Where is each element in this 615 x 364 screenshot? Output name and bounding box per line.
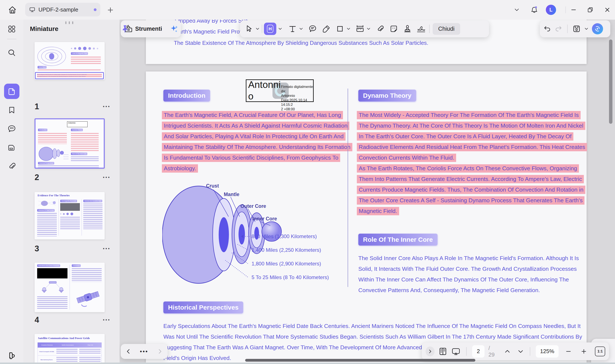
- vertical-scrollbar-thumb[interactable]: [609, 39, 613, 124]
- planets-row-mini: [71, 47, 98, 50]
- new-tab-button[interactable]: [106, 6, 114, 14]
- page-number-input[interactable]: 2: [472, 345, 484, 358]
- comments-icon[interactable]: [4, 121, 19, 136]
- introduction-paragraph: The Earth's Magnetic Field, A Crucial Fe…: [162, 111, 352, 175]
- thumbnail-menu-button[interactable]: •••: [103, 246, 111, 251]
- ai-sparkles-icon[interactable]: [170, 24, 179, 34]
- mini-col-divider: [81, 199, 82, 235]
- attach-paperclip-tool[interactable]: [374, 23, 386, 35]
- apps-grid-icon[interactable]: [4, 21, 19, 37]
- brand-pen-icon[interactable]: [4, 348, 19, 364]
- account-avatar[interactable]: L: [546, 5, 556, 15]
- search-icon[interactable]: [4, 45, 19, 61]
- chevron-down-icon[interactable]: [278, 26, 283, 31]
- strumenti-label[interactable]: Strumenti: [135, 26, 162, 32]
- zoom-level-display[interactable]: 125%: [536, 345, 559, 358]
- shape-rectangle-tool[interactable]: [334, 23, 346, 35]
- notifications-bell-icon[interactable]: [529, 5, 539, 15]
- thumbnail-menu-button[interactable]: •••: [103, 104, 111, 109]
- page-thumbnail-1[interactable]: Loses Its Magnetic Field Solar Wind Eart…: [35, 42, 105, 79]
- save-icon[interactable]: [572, 25, 581, 33]
- mini-chip: Influence Of Tidal Forces: [37, 209, 55, 212]
- panel-title: Miniature: [30, 25, 58, 32]
- signature-tool[interactable]: [415, 23, 427, 35]
- mini-lines: [38, 165, 99, 168]
- zoom-out-button[interactable]: [565, 348, 572, 355]
- comment-tool[interactable]: [307, 23, 319, 35]
- dynamo-theory-paragraph: The Most Widely - Accepted Theory For Th…: [357, 111, 587, 218]
- select-cursor-tool[interactable]: [243, 23, 255, 35]
- thumbnail-number: 4: [35, 315, 39, 325]
- visible-region-box[interactable]: Earth's Magnetic Field Provides An Indis…: [35, 72, 104, 79]
- thumbnails-panel-icon[interactable]: [4, 84, 19, 99]
- chevron-down-icon[interactable]: [346, 26, 351, 31]
- mini-lines: [71, 156, 99, 162]
- redo-icon[interactable]: [554, 25, 562, 33]
- window-bottom-edge: [0, 363, 615, 364]
- diagram-measurement: 1,400 Miles (2,250 Kilometers): [252, 247, 321, 253]
- chevron-down-icon[interactable]: [366, 26, 371, 31]
- thumbnail-menu-button[interactable]: •••: [103, 317, 111, 322]
- collapse-bar-button[interactable]: [426, 347, 435, 356]
- home-button[interactable]: [8, 5, 17, 14]
- attachment-paperclip-icon[interactable]: [4, 158, 19, 174]
- thumbnail-number: 2: [35, 173, 39, 182]
- close-button[interactable]: [602, 5, 613, 15]
- document-tab[interactable]: UPDF-2-sample: [25, 3, 100, 16]
- mini-image-placeholder: [37, 268, 67, 278]
- window-menu-chevron[interactable]: [512, 5, 522, 15]
- mini-chip: Conclusion: [72, 264, 81, 267]
- page-up-chevron[interactable]: [504, 348, 511, 355]
- stamp-tool[interactable]: [401, 23, 414, 35]
- view-status-bar: 2 / 29 125% 1:1: [422, 342, 609, 360]
- page-layout-icon[interactable]: [438, 347, 447, 356]
- section-heading-historical: Historical Perspectives: [163, 301, 243, 313]
- section-heading-dynamo-theory: Dynamo Theory: [358, 90, 416, 102]
- mini-lines: [83, 204, 103, 229]
- thumbnail-number: 1: [35, 102, 39, 111]
- fit-one-to-one-button[interactable]: 1:1: [595, 347, 605, 356]
- ai-assistant-icon[interactable]: [592, 23, 603, 34]
- thumb1-chip: Loses Its Magnetic Field: [71, 52, 88, 55]
- presentation-icon[interactable]: [451, 347, 461, 356]
- document-card-icon[interactable]: [4, 140, 19, 155]
- toolbar-divider: [429, 25, 430, 33]
- zoom-in-button[interactable]: [580, 348, 587, 355]
- mini-title: Satellite Communications And Power Grids: [38, 337, 90, 340]
- magnetic-field-mini-diagram: [36, 45, 68, 69]
- diagram-label-mantle: Mantle: [224, 192, 239, 197]
- thumb1-lines: [71, 57, 101, 65]
- thumbnail-menu-button[interactable]: •••: [103, 175, 111, 180]
- diagram-label-crust: Crust: [206, 183, 219, 189]
- chevron-down-icon[interactable]: [298, 26, 304, 31]
- measure-ruler-tool[interactable]: [354, 23, 366, 35]
- pen-tool[interactable]: [320, 23, 332, 35]
- undo-icon[interactable]: [543, 25, 551, 33]
- bookmark-icon[interactable]: [4, 103, 19, 118]
- page-thumbnail-2-current[interactable]: Antonnio Introduction Dynamo Theory Role…: [35, 118, 105, 169]
- pin-icon[interactable]: [121, 24, 129, 33]
- sticker-tool[interactable]: [388, 23, 400, 35]
- prev-chevron-icon[interactable]: [125, 348, 132, 355]
- page-thumbnail-3[interactable]: Evidence For The Theories Influence Of T…: [35, 192, 105, 239]
- more-dots-icon[interactable]: •••: [140, 348, 148, 355]
- page-thumbnail-5[interactable]: Satellite Communications And Power Grids…: [35, 334, 105, 364]
- section-heading-introduction: Introduction: [163, 90, 210, 102]
- text-tool[interactable]: [287, 23, 298, 35]
- digital-signature-box[interactable]: Antonni o Firmato digitalmente da: Anton…: [246, 79, 314, 102]
- rail-divider: [7, 39, 16, 39]
- chevron-down-icon[interactable]: [255, 26, 260, 31]
- chiudi-close-annotation-button[interactable]: Chiudi: [433, 23, 460, 35]
- toolbar-divider: [530, 347, 530, 356]
- mini-earth-diagram: [38, 146, 70, 161]
- panel-drag-handle[interactable]: [65, 21, 73, 24]
- page-down-chevron[interactable]: [517, 348, 524, 355]
- page-thumbnail-4[interactable]: Implications And Future Research Conclus…: [35, 263, 105, 312]
- highlighter-tool-active[interactable]: H: [264, 23, 276, 35]
- restore-button[interactable]: [585, 5, 595, 15]
- horizontal-scrollbar-thumb[interactable]: [245, 359, 475, 362]
- chevron-down-icon[interactable]: [584, 26, 589, 31]
- minimize-button[interactable]: [568, 5, 579, 15]
- next-chevron-icon[interactable]: [157, 348, 163, 355]
- diagram-measurement: 1,800 Miles (2,900 Kilometers): [252, 260, 321, 267]
